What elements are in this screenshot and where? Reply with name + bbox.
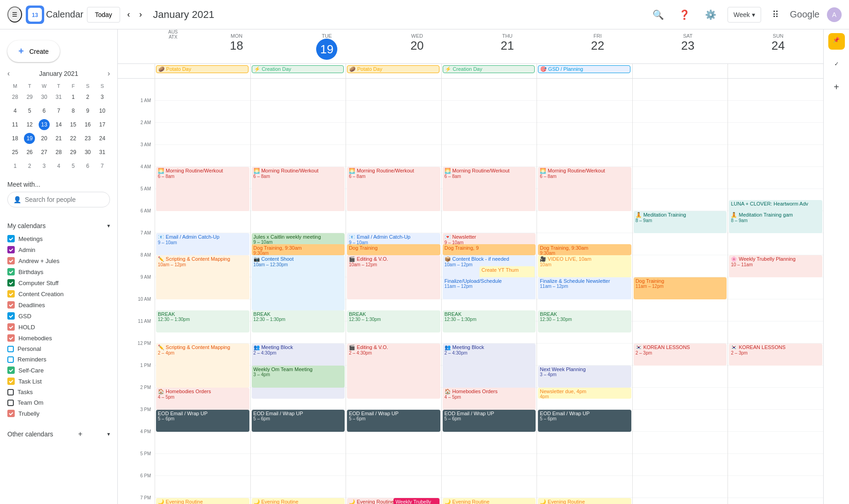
all-day-event[interactable]: ⚡ Creation Day xyxy=(443,65,535,73)
mini-cal-day[interactable]: 28 xyxy=(8,91,22,103)
all-day-event[interactable]: 🎯 GSD / Planning xyxy=(538,65,630,73)
calendar-event[interactable]: Dog Training, 9:30am9:30am xyxy=(538,244,631,255)
mini-cal-day[interactable]: 1 xyxy=(66,91,80,103)
mini-cal-day[interactable]: 1 xyxy=(8,160,22,172)
prev-button[interactable]: ‹ xyxy=(124,6,134,23)
calendar-checkbox[interactable] xyxy=(7,301,15,309)
calendar-checkbox[interactable] xyxy=(7,279,15,286)
calendar-item[interactable]: Task List xyxy=(7,376,110,387)
calendar-event[interactable]: 🌙 Evening Routine9 – 10pm xyxy=(538,498,631,504)
calendar-checkbox[interactable] xyxy=(7,334,15,342)
calendar-event[interactable]: 🌙 Evening Routine9 – 10pm xyxy=(156,498,249,504)
calendar-event[interactable]: 🏠 Homebodies Orders4 – 5pm xyxy=(443,388,536,410)
calendar-event[interactable]: 🌅 Morning Routine/Werkout6 – 8am xyxy=(252,167,345,211)
calendar-checkbox[interactable] xyxy=(7,290,15,298)
calendar-item[interactable]: Team Om xyxy=(7,397,110,408)
apps-icon[interactable]: ⠿ xyxy=(768,6,783,24)
calendar-event[interactable]: EOD Email / Wrap UP5 – 6pm xyxy=(347,410,440,432)
calendar-item[interactable]: Trubelly xyxy=(7,408,110,419)
mini-cal-day[interactable]: 22 xyxy=(66,132,80,145)
mini-cal-day[interactable]: 19 xyxy=(23,132,37,145)
add-other-icon[interactable]: + xyxy=(78,430,82,438)
mini-cal-day[interactable]: 4 xyxy=(8,104,22,117)
mini-cal-day[interactable]: 13 xyxy=(37,118,51,131)
calendar-checkbox[interactable] xyxy=(7,400,14,406)
calendar-checkbox[interactable] xyxy=(7,312,15,320)
calendar-item[interactable]: Content Creation xyxy=(7,288,110,299)
all-day-cell-thu[interactable]: ⚡ Creation Day xyxy=(441,64,537,78)
calendar-item[interactable]: Reminders xyxy=(7,354,110,365)
calendar-item[interactable]: Self-Care xyxy=(7,365,110,376)
all-day-cell-tue[interactable]: ⚡ Creation Day xyxy=(250,64,346,78)
all-day-cell-fri[interactable]: 🎯 GSD / Planning xyxy=(537,64,632,78)
mini-cal-day[interactable]: 18 xyxy=(8,132,22,145)
mini-cal-day[interactable]: 24 xyxy=(95,132,109,145)
add-widget-icon[interactable]: + xyxy=(830,78,843,96)
mini-cal-day[interactable]: 12 xyxy=(23,118,37,131)
mini-cal-prev[interactable]: ‹ xyxy=(7,69,10,78)
calendar-item[interactable]: Birthdays xyxy=(7,266,110,277)
mini-cal-day[interactable]: 11 xyxy=(8,118,22,131)
day-column-thu[interactable]: 🌅 Morning Routine/Werkout6 – 8am💌 Newsle… xyxy=(441,79,537,504)
calendar-event[interactable]: BREAK12:30 – 1:30pm xyxy=(156,310,249,332)
calendar-event[interactable]: 🌙 Evening Routine9 – 10pm xyxy=(443,498,536,504)
mini-cal-day[interactable]: 3 xyxy=(95,91,109,103)
mini-cal-day[interactable]: 27 xyxy=(37,146,51,159)
calendar-event[interactable]: EOD Email / Wrap UP5 – 6pm xyxy=(538,410,631,432)
calendar-checkbox[interactable] xyxy=(7,323,15,331)
calendar-event[interactable]: Finalize/Upload/Schedule11am – 12pm xyxy=(443,277,536,299)
menu-button[interactable]: ☰ xyxy=(7,6,22,23)
mini-cal-day[interactable]: 7 xyxy=(52,104,66,117)
calendar-checkbox[interactable] xyxy=(7,257,15,264)
mini-cal-day[interactable]: 9 xyxy=(81,104,95,117)
mini-cal-day[interactable]: 6 xyxy=(37,104,51,117)
mini-cal-day[interactable]: 7 xyxy=(95,160,109,172)
all-day-event[interactable]: 🥔 Potato Day xyxy=(156,65,248,73)
mini-cal-day[interactable]: 3 xyxy=(37,160,51,172)
calendar-event[interactable]: 📷 Content Shoot10am – 12:30pm xyxy=(252,255,345,310)
all-day-cell-sat[interactable] xyxy=(632,64,728,78)
calendar-event[interactable]: BREAK12:30 – 1:30pm xyxy=(252,310,345,332)
mini-cal-day[interactable]: 31 xyxy=(95,146,109,159)
reminder-icon[interactable]: 📌 xyxy=(828,33,845,50)
mini-cal-day[interactable]: 26 xyxy=(23,146,37,159)
mini-cal-day[interactable]: 8 xyxy=(66,104,80,117)
calendar-event[interactable]: 🌅 Morning Routine/Werkout6 – 8am xyxy=(538,167,631,211)
calendar-checkbox[interactable] xyxy=(7,410,15,417)
mini-cal-day[interactable]: 2 xyxy=(23,160,37,172)
calendar-event[interactable]: 🎬 Editing & V.O.10am – 12pm xyxy=(347,255,440,299)
calendar-item[interactable]: Computer Stuff xyxy=(7,277,110,288)
all-day-cell-wed[interactable]: 🥔 Potato Day xyxy=(346,64,441,78)
mini-cal-day[interactable]: 10 xyxy=(95,104,109,117)
calendar-event[interactable]: BREAK12:30 – 1:30pm xyxy=(538,310,631,332)
calendar-checkbox[interactable] xyxy=(7,346,14,352)
calendar-checkbox[interactable] xyxy=(7,235,15,242)
calendar-item[interactable]: HOLD xyxy=(7,321,110,332)
calendar-event[interactable]: 🇰🇷 KOREAN LESSONS2 – 3pm xyxy=(729,344,822,366)
calendar-checkbox[interactable] xyxy=(7,367,15,374)
settings-icon[interactable]: ⚙️ xyxy=(701,6,720,24)
calendar-event[interactable]: Finalize & Schedule Newsletter11am – 12p… xyxy=(538,277,631,299)
calendar-item[interactable]: Meetings xyxy=(7,233,110,244)
help-icon[interactable]: ❓ xyxy=(675,6,694,24)
calendar-event[interactable]: 🎬 Editing & V.O.2 – 4:30pm xyxy=(347,344,440,399)
calendar-event[interactable]: 🇰🇷 KOREAN LESSONS2 – 3pm xyxy=(634,344,727,366)
calendar-event[interactable]: 🎥 VIDEO LIVE, 10am10am xyxy=(538,255,631,277)
mini-cal-day[interactable]: 31 xyxy=(52,91,66,103)
calendar-event[interactable]: Next Week Planning3 – 4pm xyxy=(538,366,631,388)
calendar-event[interactable]: 🌅 Morning Routine/Werkout6 – 8am xyxy=(156,167,249,211)
mini-cal-day[interactable]: 30 xyxy=(81,146,95,159)
calendar-event[interactable]: ✏️ Scripting & Content Mapping2 – 4pm xyxy=(156,344,249,388)
mini-cal-day[interactable]: 14 xyxy=(52,118,66,131)
calendar-event[interactable]: 🌅 Morning Routine/Werkout6 – 8am xyxy=(443,167,536,211)
mini-cal-day[interactable]: 2 xyxy=(81,91,95,103)
day-column-wed[interactable]: 🌅 Morning Routine/Werkout6 – 8am📧 Email … xyxy=(346,79,441,504)
mini-cal-next[interactable]: › xyxy=(108,69,110,78)
tasks-icon[interactable]: ✓ xyxy=(831,57,843,71)
day-column-tue[interactable]: 🌅 Morning Routine/Werkout6 – 8amJules x … xyxy=(250,79,346,504)
mini-cal-day[interactable]: 29 xyxy=(66,146,80,159)
calendar-item[interactable]: GSD xyxy=(7,310,110,321)
mini-cal-day[interactable]: 29 xyxy=(23,91,37,103)
calendar-checkbox[interactable] xyxy=(7,268,15,275)
mini-cal-day[interactable]: 15 xyxy=(66,118,80,131)
